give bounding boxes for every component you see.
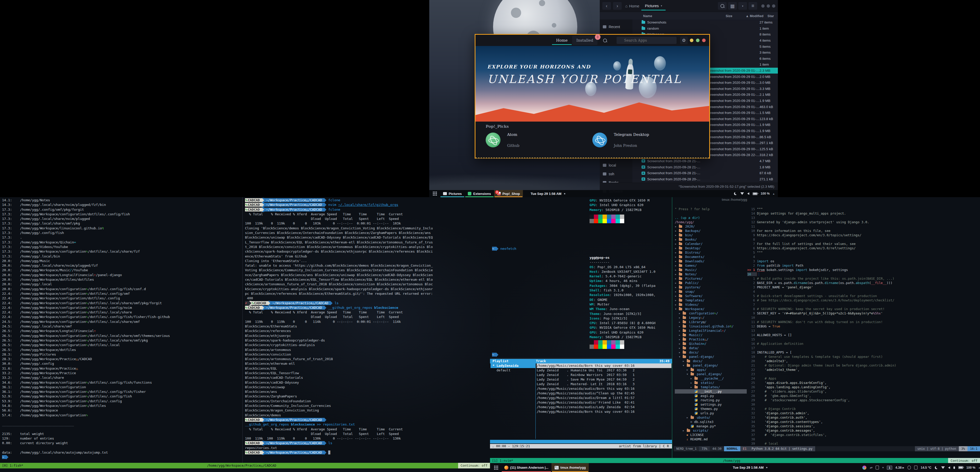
terminal-line: 27 # 'sliders.apps.SlidersConfig',: [747, 389, 980, 394]
clock[interactable]: Tue Sep 29 1:56 AM: [531, 192, 565, 196]
battery-icon[interactable]: [958, 466, 963, 469]
terminal-line: 12 Generated by 'django-admin startproje…: [747, 220, 980, 224]
wifi-icon[interactable]: [941, 466, 945, 469]
tmux-continuum-status: Continuum: off: [458, 463, 490, 469]
battery-icon[interactable]: [752, 192, 757, 195]
terminal-line: 11 # SECURITY WARNING: don't run with de…: [747, 320, 980, 324]
taskbar-window-button[interactable]: Extensions: [465, 190, 494, 197]
file-name: Screenshot from 2020-09-28 21-…: [647, 159, 759, 163]
file-row[interactable]: Screenshot from 2020-09-28 21-… 87.6 kB …: [632, 170, 778, 176]
shop-window-controls[interactable]: [690, 38, 707, 42]
vim-editor[interactable]: 15 """ 14 Django settings for django_mul…: [747, 207, 980, 446]
tmux-window-list[interactable]: [0] 1:fish*: [0, 463, 25, 469]
tab-home[interactable]: Home: [552, 36, 572, 45]
file-row[interactable]: Screenshot from 2020-09-28 20-… 271.1 kB…: [632, 176, 778, 182]
sidebar-item[interactable]: ssh: [600, 170, 632, 178]
pomodoro-icon[interactable]: [907, 466, 911, 469]
clipboard-icon[interactable]: [876, 466, 879, 469]
terminal-line: GPU: NVIDIA GeForce GTX 1650 Mobi: [590, 325, 655, 330]
taskbar-window-button[interactable]: (11) Shawn Anderson |...: [501, 463, 552, 472]
terminal-line: 22.4: /home/ygg/Workspace/configuration✎…: [2, 306, 242, 310]
clock[interactable]: Tue Sep 29 1:56 AM: [733, 466, 767, 469]
breadcrumb-home[interactable]: ⌂Home: [625, 4, 639, 8]
tmux-session-0[interactable]: 14.1: /home/ygg/Notes14.3: /home/ygg/.lo…: [0, 197, 490, 472]
terminal-line: 54.8: /home/ygg/Workspace/configuration✎…: [2, 403, 242, 408]
terminal-line: ____________________________________: [2, 422, 242, 427]
installed-badge: 3: [595, 34, 600, 40]
system-tray[interactable]: ▴▾ ▾ 1 4.38 ▸ 14.5 °C 100 % ▴: [862, 466, 980, 470]
taskbar-window-button[interactable]: tmux /home/ygg: [552, 463, 589, 472]
file-row[interactable]: random 1 item Thu ☆: [632, 26, 778, 32]
terminal-line: 3 import os: [747, 259, 980, 263]
window-controls[interactable]: [761, 4, 775, 8]
terminal-line: .. (up a dir): [675, 215, 747, 220]
tmux-session-1[interactable]: GPU: NVIDIA GeForce GTX 1650 MGPU: Intel…: [490, 197, 980, 472]
night-light-icon[interactable]: [935, 466, 938, 469]
terminal-line: CPU: Intel i7-8565U (8) @ 4.600GH: [590, 321, 655, 325]
gear-icon[interactable]: ⚙: [680, 37, 688, 44]
shop-banner[interactable]: EXPLORE YOUR HORIZONS AND UNLEASH YOUR P…: [476, 46, 709, 121]
breadcrumb-pictures[interactable]: Pictures▾: [641, 2, 666, 11]
fish-shell-pane[interactable]: ∿CADCAD ~/Workspace/Practice△/CADCAD fcl…: [245, 198, 489, 455]
tab-installed[interactable]: Installed 3: [572, 36, 597, 45]
night-light-icon[interactable]: [734, 192, 737, 195]
microphone-icon[interactable]: [953, 466, 955, 469]
pop-shop-window[interactable]: Home Installed 3 ⚙ EXPLORE YOUR HORIZONS…: [475, 34, 710, 159]
app-indicator-icon[interactable]: [862, 466, 866, 470]
palette-swatch: [598, 340, 603, 344]
terminal-line: ▾ panel-django/: [675, 354, 747, 359]
menu-button[interactable]: ≡: [749, 2, 757, 10]
taskbar-window-button[interactable]: Pictures: [440, 190, 465, 197]
file-name: Screenshots: [647, 21, 759, 24]
pane-divider[interactable]: [242, 197, 243, 463]
terminal-line: ▸ pystore/: [675, 285, 747, 289]
taskbar-window-button[interactable]: 3 Pop!_Shop: [494, 190, 523, 197]
file-row[interactable]: Screenshots 27 items 12:57 AM ☆: [632, 19, 778, 26]
view-grid-button[interactable]: ▦: [728, 2, 737, 10]
forward-button[interactable]: ›: [613, 2, 622, 10]
terminal-line: 26.5: /home/ygg/Workspace/LongtailFinanc…: [2, 329, 242, 333]
file-row[interactable]: Screenshot from 2020-09-28 21-… 4.7 MB Y…: [632, 158, 778, 164]
app-card[interactable]: Telegram Desktop John Preston: [592, 132, 699, 148]
terminal-line: BlockScience/uniswap BlockScience/cadCAD…: [245, 235, 489, 240]
terminal-line: ence/EthereumStats' from Github: [245, 254, 489, 259]
system-tray[interactable]: 100 % ▴: [734, 192, 776, 195]
app-grid-icon[interactable]: [433, 191, 437, 196]
terminal-line: 53.9: /home/ygg/Workspace/configuration✎…: [2, 399, 242, 403]
volume-icon[interactable]: [747, 192, 749, 195]
terminal-line: 17.3: /home/ygg/Workspace/Qichain∞: [2, 240, 242, 245]
wifi-icon[interactable]: [740, 192, 744, 195]
sidebar-item[interactable]: Recent: [600, 22, 632, 31]
sidebar-item[interactable]: local: [600, 161, 632, 170]
terminal-line: ▸ Backups/: [675, 229, 747, 233]
terminal-line: Memory: 5025MiB / 15827MiB: [590, 335, 655, 340]
pane-divider[interactable]: [672, 197, 672, 458]
search-button[interactable]: [718, 2, 727, 10]
cmus-progressbar[interactable]: [490, 440, 672, 443]
column-modified-sort[interactable]: ▲ Modified: [746, 14, 763, 18]
tmux-statusbar-0[interactable]: [0] 1:fish* /home/ygg/Workspace/Practice…: [0, 463, 490, 469]
cmus-tracks[interactable]: /home/ygg/Music/zenaida/Born this way co…: [537, 364, 671, 414]
column-headers[interactable]: Name Size ▲ Modified Star: [600, 12, 778, 20]
terminal-line: 4: [747, 255, 980, 259]
terminal-line: 3 PROJECT_NAME = 'panel_django': [747, 285, 980, 289]
terminal-line: 38: [747, 437, 980, 441]
tmux-statusbar-1[interactable]: [1] 1:nvim* /home/ygg Continuum: off: [490, 458, 980, 464]
file-row[interactable]: Screenshot from 2020-09-28 21-… 1.8 MB Y…: [632, 164, 778, 170]
volume-icon[interactable]: [948, 466, 950, 469]
mountain-illustration: [476, 100, 709, 121]
terminal-line: BlockScience/uniswap: [245, 385, 489, 389]
search-input[interactable]: [617, 37, 676, 44]
back-button[interactable]: ‹: [602, 2, 611, 10]
tmux-window-list[interactable]: [1] 1:nvim*: [490, 458, 515, 464]
workspace-indicator[interactable]: 1: [887, 466, 892, 470]
autojump-pane[interactable]: 14.1: /home/ygg/Notes14.3: /home/ygg/.lo…: [2, 198, 242, 460]
app-grid-icon[interactable]: [494, 466, 498, 470]
cmus-playlists[interactable]: * LadyZenaida default: [490, 364, 535, 373]
copyq-icon[interactable]: [914, 466, 918, 469]
app-card[interactable]: Atom Github: [486, 132, 592, 148]
app-name: Atom: [507, 132, 519, 137]
view-options-button[interactable]: ▾: [738, 2, 747, 10]
nerdtree-pane[interactable]: " Press ? for help.. (up a dir)/home/ygg…: [675, 207, 747, 446]
palette-swatch: [603, 215, 607, 219]
